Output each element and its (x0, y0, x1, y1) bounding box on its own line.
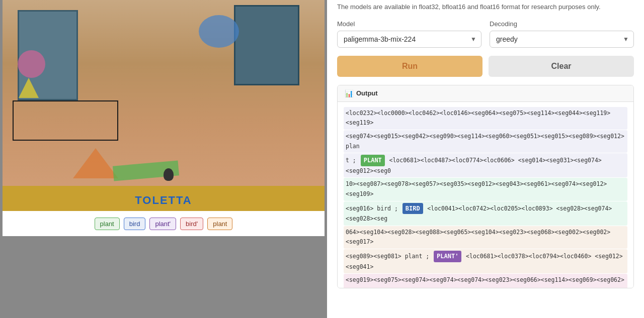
legend-plant: plant (95, 218, 120, 230)
decoding-label: Decoding (490, 20, 634, 28)
model-label: Model (337, 20, 481, 28)
token-1-3: t ; (346, 157, 360, 164)
shape-pink-circle (18, 50, 45, 78)
buttons-row: Run Clear (337, 56, 634, 77)
output-tab-label: Output (356, 89, 378, 97)
clear-button[interactable]: Clear (489, 56, 634, 77)
output-content: <loc0232><loc0000><loc0462><loc0146><seg… (338, 102, 633, 288)
run-button[interactable]: Run (337, 56, 482, 77)
legend-badge-plant2: plant' (149, 218, 176, 230)
image-area: TOLETTA (3, 0, 325, 211)
output-row-1c: t ; PLANT <loc0681><loc0487><loc0774><lo… (344, 153, 627, 177)
window-right (234, 5, 299, 85)
decoding-control-group: Decoding greedy beam search sampling ▼ (490, 20, 634, 48)
legend-badge-bird: bird (124, 218, 146, 230)
controls-row: Model paligemma-3b-mix-224 paligemma-3b-… (337, 20, 634, 48)
legend-area: plant bird plant' bird' plant (3, 211, 325, 236)
legend-badge-plant3: plant (207, 218, 232, 230)
pigeon-shape (164, 168, 174, 181)
legend-bird2: bird' (180, 218, 203, 230)
model-control-group: Model paligemma-3b-mix-224 paligemma-3b-… (337, 20, 481, 48)
balcony-rail (13, 100, 118, 141)
output-section: 📊 Output <loc0232><loc0000><loc0462><loc… (337, 85, 634, 288)
output-block: <loc0232><loc0000><loc0462><loc0146><seg… (344, 107, 627, 288)
bird-badge-1: BIRD (403, 203, 423, 214)
model-select[interactable]: paligemma-3b-mix-224 paligemma-3b-pt-224… (337, 31, 481, 48)
sign-text: TOLETTA (135, 194, 192, 207)
legend-badge-bird2: bird' (180, 218, 203, 230)
left-panel: TOLETTA plant bird plant' bird' plant (0, 0, 327, 318)
plant2-badge: PLANT' (434, 251, 461, 262)
legend-plant2: plant' (149, 218, 176, 230)
output-row-4: <seg019><seg075><seg074><seg074><seg074>… (344, 274, 627, 287)
decoding-select-wrapper[interactable]: greedy beam search sampling ▼ (490, 31, 634, 48)
right-panel: The models are available in float32, bfl… (327, 0, 644, 318)
output-row-1b: <seg074><seg015><seg042><seg090><seg114>… (344, 130, 627, 153)
token-3-1: 064><seg104><seg028><seg088><seg065><seg… (346, 229, 610, 246)
output-row-2: 10><seg087><seg078><seg057><seg035><seg0… (344, 178, 627, 200)
output-row-1: <loc0232><loc0000><loc0462><loc0146><seg… (344, 107, 627, 130)
legend-badge-plant: plant (95, 218, 120, 230)
token-1-1: <loc0232><loc0000><loc0462><loc0146><seg… (346, 110, 610, 127)
token-1-2: <seg074><seg015><seg042><seg090><seg114>… (346, 133, 624, 150)
token-3-2: <seg089><seg081> plant ; (346, 253, 433, 260)
token-2-1: 10><seg087><seg078><seg057><seg035><seg0… (346, 180, 607, 197)
output-row-2b: <seg016> bird ; BIRD <loc0041><loc0742><… (344, 201, 627, 226)
token-2-2: <seg016> bird ; (346, 205, 401, 212)
shape-blue-circle (199, 15, 239, 48)
legend-plant3: plant (207, 218, 232, 230)
output-row-3b: <seg089><seg081> plant ; PLANT' <loc0681… (344, 249, 627, 273)
output-row-3: 064><seg104><seg028><seg088><seg065><seg… (344, 226, 627, 249)
sign-bar: TOLETTA (3, 186, 325, 211)
token-4-1: <seg019><seg075><seg074><seg074><seg074>… (346, 276, 624, 287)
shape-yellow-triangle (19, 78, 39, 98)
model-select-wrapper[interactable]: paligemma-3b-mix-224 paligemma-3b-pt-224… (337, 31, 481, 48)
plant-badge-1: PLANT (361, 155, 385, 166)
legend-bird: bird (124, 218, 146, 230)
decoding-select[interactable]: greedy beam search sampling (490, 31, 634, 48)
shape-orange-triangle (73, 148, 118, 178)
output-icon: 📊 (345, 89, 353, 97)
output-header: 📊 Output (338, 85, 633, 102)
info-text: The models are available in float32, bfl… (337, 0, 634, 12)
